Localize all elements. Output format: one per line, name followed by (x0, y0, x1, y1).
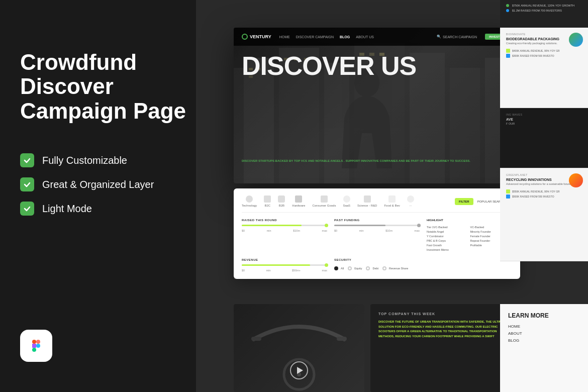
greenplanet-card: GREENPLANET RECYCLING INNOVATIONS Advanc… (500, 168, 588, 261)
learn-more-title: LEARN MORE (508, 312, 580, 319)
past-funding-slider-group: PAST FUNDING $0 min $10m max (334, 219, 420, 251)
bioinnovate-stats: $400K ANNUAL REVENUE, 90% YOY GR $300K R… (506, 49, 582, 58)
filter-tab-science[interactable]: Science - R&D (357, 195, 377, 207)
revenue-dot-blue (506, 9, 509, 12)
stat-bar-green-1 (506, 49, 510, 53)
stat-row-2: $300K RAISED FROM 500 INVESTO (506, 54, 582, 58)
svg-rect-1 (36, 340, 40, 344)
security-group: SECURITY All Equity Debt (334, 258, 420, 272)
highlight-tier1: Tier 1VC-Backed (427, 226, 469, 229)
learn-more-blog[interactable]: BLOG (508, 338, 580, 343)
figma-badge (20, 330, 52, 362)
raised-slider-track[interactable] (242, 225, 327, 226)
learn-more-about[interactable]: ABOUT (508, 331, 580, 336)
revenue-text-2: $1.2M RAISED FROM 700 INVESTORS (512, 9, 562, 12)
video-play-button[interactable] (290, 361, 308, 379)
learn-more-card: LEARN MORE HOME ABOUT BLOG (500, 304, 588, 392)
bottom-section: TOP COMPANY THIS WEEK DISCOVER THE FUTUR… (234, 304, 520, 392)
revenue-slider-track[interactable] (242, 264, 327, 266)
svg-rect-3 (32, 348, 36, 352)
highlight-group: HIGHLIGHT Tier 1VC-Backed VC-Backed Nota… (427, 219, 512, 251)
security-revenue-share[interactable]: Revenue Share (382, 266, 408, 270)
feature-item-3: Light Mode (20, 202, 211, 216)
security-all[interactable]: All (334, 266, 344, 270)
nav-home[interactable]: HOME (279, 35, 290, 39)
security-debt[interactable]: Debt (366, 266, 378, 270)
highlight-items: Tier 1VC-Backed VC-Backed Notable Angel … (427, 226, 512, 251)
filter-button[interactable]: FILTER (455, 198, 473, 205)
svg-rect-2 (32, 344, 36, 348)
greenplanet-avatar (569, 173, 583, 187)
play-icon (297, 367, 303, 374)
company-description: DISCOVER THE FUTURE OF URBAN TRANSPORTAT… (378, 320, 512, 339)
company-info-card: TOP COMPANY THIS WEEK DISCOVER THE FUTUR… (370, 304, 520, 392)
revenue-text-1: $750K ANNUAL REVENUE, 120% YOY GROWTH (512, 4, 574, 7)
security-options: All Equity Debt Revenue Share (334, 266, 420, 270)
learn-more-links: HOME ABOUT BLOG (508, 324, 580, 343)
features-list: Fully Customizable Great & Organized Lay… (20, 153, 211, 216)
top-revenue-strip: $750K ANNUAL REVENUE, 120% YOY GROWTH $1… (500, 0, 588, 28)
past-funding-label: PAST FUNDING (334, 219, 420, 222)
feature-label-1: Fully Customizable (42, 155, 127, 166)
revenue-values: $0 min $50m+ max (242, 269, 327, 272)
nav-about[interactable]: ABOUT US (356, 35, 374, 39)
svg-rect-0 (32, 340, 36, 344)
filter-tab-hardware[interactable]: Hardware (292, 195, 305, 207)
video-card[interactable] (234, 304, 364, 392)
hero-navbar: VENTURY HOME DISCOVER CAMPAIGN BLOG ABOU… (234, 28, 520, 46)
logo-icon (242, 34, 248, 40)
stat-bar-blue-2 (506, 194, 510, 199)
check-icon-2 (20, 177, 34, 191)
filter-tab-saas[interactable]: SaaS (343, 195, 350, 207)
stat-bar-green-2 (506, 189, 510, 193)
past-funding-values: $0 min $10m max (334, 229, 420, 232)
svg-rect-25 (337, 337, 347, 341)
filter-sliders: RAISED THIS ROUND $0 min $10m max PAST F… (242, 219, 512, 272)
revenue-slider-group: REVENUE $0 min $50m+ max (242, 258, 327, 272)
highlight-ycomb: Y Combinator (427, 235, 469, 238)
feature-item-1: Fully Customizable (20, 153, 211, 167)
filter-tab-consumer[interactable]: Consumer Goods (312, 195, 336, 207)
security-equity[interactable]: Equity (348, 266, 362, 270)
highlight-pbc: PBC & B Corps (427, 239, 469, 242)
greenplanet-stat-row-1: $550K ANNUAL REVENUE, 90% YOY GR (506, 189, 582, 193)
nav-links: HOME DISCOVER CAMPAIGN BLOG ABOUT US (279, 35, 429, 39)
learn-more-home[interactable]: HOME (508, 324, 580, 329)
filter-tab-b2b[interactable]: B2B (278, 195, 285, 207)
waves-name: AVE (506, 118, 582, 121)
greenplanet-stat-row-2: $500K RAISED FROM 550 INVESTO (506, 194, 582, 199)
revenue-label: REVENUE (242, 258, 327, 261)
filter-tab-more[interactable]: ··· (407, 195, 414, 207)
feature-label-2: Great & Organized Layer (42, 179, 154, 190)
highlight-fastgrowth: Fast Growth (427, 244, 469, 247)
stat-text-1: $400K ANNUAL REVENUE, 90% YOY GR (512, 49, 560, 52)
feature-item-2: Great & Organized Layer (20, 177, 211, 191)
filter-tabs: Technology B2C B2B Hardware Consumer Goo… (242, 195, 512, 213)
stat-bar-blue-1 (506, 54, 510, 58)
highlight-investmemo: Investment Memo (427, 248, 469, 251)
right-cards-panel: $750K ANNUAL REVENUE, 120% YOY GROWTH $1… (500, 0, 588, 392)
revenue-dot-green (506, 4, 509, 7)
greenplanet-stats: $550K ANNUAL REVENUE, 90% YOY GR $500K R… (506, 189, 582, 199)
waves-tag: ING WAVES (506, 113, 582, 116)
raised-label: RAISED THIS ROUND (242, 219, 327, 222)
check-icon-1 (20, 153, 34, 167)
security-label: SECURITY (334, 258, 420, 261)
stat-row-1: $400K ANNUAL REVENUE, 90% YOY GR (506, 49, 582, 53)
nav-logo: VENTURY (242, 34, 271, 40)
bioinnovate-card: BIOINNOVATE BIODEGRADABLE PACKAGING Crea… (500, 28, 588, 108)
top-company-label: TOP COMPANY THIS WEEK (378, 312, 512, 316)
nav-search[interactable]: 🔍 SEARCH CAMPAIGN (437, 35, 477, 39)
filter-tab-technology[interactable]: Technology (242, 195, 257, 207)
nav-discover[interactable]: DISCOVER CAMPAIGN (296, 35, 334, 39)
filter-section: Technology B2C B2B Hardware Consumer Goo… (234, 188, 520, 279)
filter-tab-b2c[interactable]: B2C (264, 195, 271, 207)
greenplanet-stat-text-2: $500K RAISED FROM 550 INVESTO (512, 195, 554, 198)
svg-point-4 (36, 344, 40, 348)
past-funding-slider-track[interactable] (334, 225, 420, 226)
raised-slider-group: RAISED THIS ROUND $0 min $10m max (242, 219, 327, 251)
stat-text-2: $300K RAISED FROM 500 INVESTO (512, 54, 554, 57)
filter-tab-food[interactable]: Food & Bev (384, 195, 400, 207)
bioinnovate-avatar (569, 33, 583, 47)
nav-blog[interactable]: BLOG (340, 35, 350, 39)
